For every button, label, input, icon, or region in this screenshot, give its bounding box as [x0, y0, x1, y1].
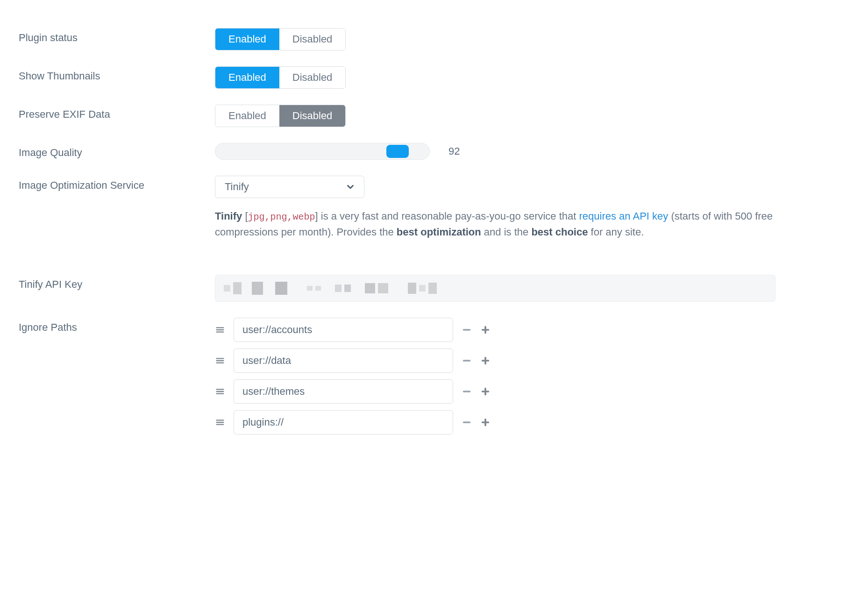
label-ignore-paths: Ignore Paths: [19, 318, 215, 334]
label-api-key: Tinify API Key: [19, 275, 215, 291]
label-show-thumbnails: Show Thumbnails: [19, 66, 215, 82]
chevron-down-icon: [345, 182, 356, 192]
image-quality-slider[interactable]: [215, 143, 430, 160]
ignore-path-row: [215, 410, 849, 434]
row-optimization-service: Image Optimization Service Tinify Tinify…: [19, 176, 849, 240]
remove-path-button[interactable]: [462, 417, 472, 427]
label-plugin-status: Plugin status: [19, 28, 215, 44]
plugin-status-disabled-button[interactable]: Disabled: [279, 28, 346, 50]
remove-path-button[interactable]: [462, 356, 472, 366]
label-optimization-service: Image Optimization Service: [19, 176, 215, 192]
label-preserve-exif: Preserve EXIF Data: [19, 105, 215, 121]
row-preserve-exif: Preserve EXIF Data Enabled Disabled: [19, 105, 849, 127]
ignore-paths-list: [215, 318, 849, 441]
ignore-path-input[interactable]: [234, 379, 453, 404]
image-quality-slider-thumb[interactable]: [386, 145, 409, 158]
api-key-input[interactable]: [215, 275, 776, 302]
toggle-show-thumbnails: Enabled Disabled: [215, 66, 346, 89]
plugin-status-enabled-button[interactable]: Enabled: [215, 28, 279, 50]
show-thumbnails-enabled-button[interactable]: Enabled: [215, 67, 279, 88]
add-path-button[interactable]: [480, 356, 491, 366]
add-path-button[interactable]: [480, 386, 491, 397]
remove-path-button[interactable]: [462, 386, 472, 397]
row-show-thumbnails: Show Thumbnails Enabled Disabled: [19, 66, 849, 89]
ignore-path-input[interactable]: [234, 410, 453, 434]
ignore-path-row: [215, 349, 849, 373]
row-ignore-paths: Ignore Paths: [19, 318, 849, 441]
ignore-path-row: [215, 379, 849, 404]
ignore-path-input[interactable]: [234, 349, 453, 373]
optimization-service-select[interactable]: Tinify: [215, 176, 364, 198]
row-plugin-status: Plugin status Enabled Disabled: [19, 28, 849, 50]
preserve-exif-disabled-button[interactable]: Disabled: [279, 105, 346, 127]
optimization-service-value: Tinify: [225, 181, 249, 193]
label-image-quality: Image Quality: [19, 143, 215, 159]
toggle-preserve-exif: Enabled Disabled: [215, 105, 346, 127]
drag-handle-icon[interactable]: [215, 325, 225, 335]
optimization-service-description: Tinify [jpg,png,webp] is a very fast and…: [215, 208, 776, 240]
image-quality-value: 92: [448, 145, 460, 157]
ignore-path-row: [215, 318, 849, 342]
ignore-path-input[interactable]: [234, 318, 453, 342]
remove-path-button[interactable]: [462, 325, 472, 335]
add-path-button[interactable]: [480, 325, 491, 335]
preserve-exif-enabled-button[interactable]: Enabled: [215, 105, 279, 127]
drag-handle-icon[interactable]: [215, 417, 225, 427]
toggle-plugin-status: Enabled Disabled: [215, 28, 346, 50]
add-path-button[interactable]: [480, 417, 491, 427]
row-api-key: Tinify API Key: [19, 275, 849, 302]
requires-api-key-link[interactable]: requires an API key: [579, 210, 669, 222]
row-image-quality: Image Quality 92: [19, 143, 849, 160]
drag-handle-icon[interactable]: [215, 356, 225, 366]
drag-handle-icon[interactable]: [215, 386, 225, 397]
show-thumbnails-disabled-button[interactable]: Disabled: [279, 67, 346, 88]
